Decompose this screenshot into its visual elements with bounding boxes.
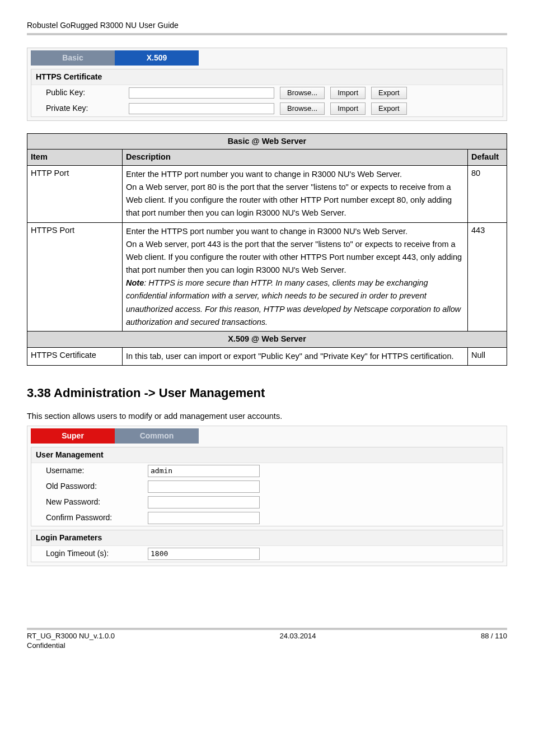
cell-default: 80 [468,165,507,222]
private-key-label: Private Key: [36,103,125,114]
col-default: Default [468,150,507,166]
section-basic-header: Basic @ Web Server [27,133,507,150]
oldpw-label: Old Password: [36,481,148,492]
tab-super[interactable]: Super [31,428,115,444]
username-row: Username: [31,463,503,479]
webserver-table: Basic @ Web Server Item Description Defa… [27,133,507,366]
table-row: HTTP Port Enter the HTTP port number you… [27,165,507,222]
oldpw-input[interactable] [148,480,260,493]
private-key-row: Private Key: Browse... Import Export [31,101,503,116]
um-group-user: User Management Username: Old Password: … [31,447,503,526]
footer-right: 88 / 110 [481,631,507,641]
https-cert-group-title: HTTPS Certificate [31,69,503,85]
cell-item: HTTP Port [27,165,123,222]
table-row: HTTPS Certificate In this tab, user can … [27,347,507,365]
public-key-input[interactable] [129,87,274,99]
newpw-label: New Password: [36,497,148,507]
public-key-row: Public Key: Browse... Import Export [31,85,503,101]
page-footer: RT_UG_R3000 NU_v.1.0.0 24.03.2014 88 / 1… [27,631,507,641]
public-key-import-button[interactable]: Import [330,87,366,99]
table-row: HTTPS Port Enter the HTTPS port number y… [27,222,507,332]
private-key-input[interactable] [129,103,274,114]
footer-rule [27,628,507,630]
tab-basic[interactable]: Basic [31,50,115,66]
cell-desc: Enter the HTTPS port number you want to … [123,222,468,332]
login-timeout-row: Login Timeout (s): [31,546,503,562]
private-key-import-button[interactable]: Import [330,102,366,115]
cell-default: Null [468,347,507,365]
login-timeout-input[interactable] [148,548,260,560]
note-text: : HTTPS is more secure than HTTP. In man… [126,278,461,326]
newpw-row: New Password: [31,494,503,510]
login-timeout-label: Login Timeout (s): [36,548,148,559]
col-desc: Description [123,150,468,166]
note-label: Note [126,278,144,287]
page-header: Robustel GoRugged R3000 NU User Guide [27,20,507,31]
cell-item: HTTPS Certificate [27,347,123,365]
col-item: Item [27,150,123,166]
cell-desc: In this tab, user can import or export "… [123,347,468,365]
tab-common[interactable]: Common [115,428,199,444]
um-group-login: Login Parameters Login Timeout (s): [31,530,503,562]
oldpw-row: Old Password: [31,479,503,494]
section-x509-header: X.509 @ Web Server [27,332,507,348]
cell-default: 443 [468,222,507,332]
confirmpw-row: Confirm Password: [31,510,503,526]
public-key-browse-button[interactable]: Browse... [280,87,325,99]
footer-center: 24.03.2014 [115,631,481,641]
tab-x509[interactable]: X.509 [115,50,199,66]
https-cert-panel: Basic X.509 HTTPS Certificate Public Key… [27,48,507,121]
https-cert-group: HTTPS Certificate Public Key: Browse... … [31,69,503,117]
https-port-desc: Enter the HTTPS port number you want to … [126,227,462,275]
public-key-label: Public Key: [36,87,125,98]
private-key-export-button[interactable]: Export [371,102,407,115]
um-intro: This section allows users to modify or a… [27,411,507,422]
confirmpw-input[interactable] [148,512,260,524]
um-group-user-title: User Management [31,447,503,463]
newpw-input[interactable] [148,496,260,508]
http-port-desc: Enter the HTTP port number you want to c… [126,170,452,218]
footer-confidential: Confidential [27,641,507,651]
cert-tabs: Basic X.509 [27,48,507,66]
cell-desc: Enter the HTTP port number you want to c… [123,165,468,222]
section-heading: 3.38 Administration -> User Management [27,385,507,402]
public-key-export-button[interactable]: Export [371,87,407,99]
footer-left: RT_UG_R3000 NU_v.1.0.0 [27,631,115,641]
confirmpw-label: Confirm Password: [36,512,148,523]
um-group-login-title: Login Parameters [31,530,503,546]
um-tabs: Super Common [27,426,507,444]
cell-item: HTTPS Port [27,222,123,332]
header-rule [27,33,507,35]
user-management-panel: Super Common User Management Username: O… [27,426,507,566]
private-key-browse-button[interactable]: Browse... [280,102,325,115]
username-label: Username: [36,465,148,476]
username-input[interactable] [148,465,260,477]
